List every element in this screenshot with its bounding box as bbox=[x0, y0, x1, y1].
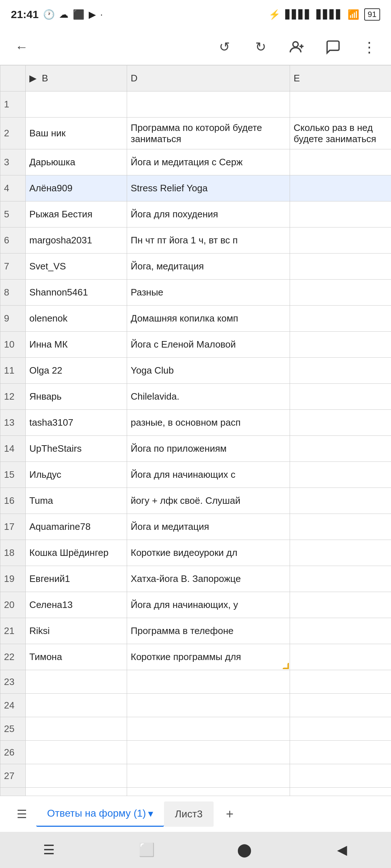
cell-d[interactable] bbox=[127, 92, 290, 118]
cell-d[interactable] bbox=[127, 717, 290, 741]
nav-menu-button[interactable]: ☰ bbox=[34, 835, 63, 864]
cell-b[interactable]: Алёна909 bbox=[26, 175, 127, 201]
comment-button[interactable] bbox=[322, 36, 344, 58]
cell-e[interactable] bbox=[290, 92, 391, 118]
cell-e[interactable] bbox=[290, 670, 391, 694]
cell-b[interactable]: Ильдус bbox=[26, 462, 127, 488]
cell-b[interactable] bbox=[26, 717, 127, 741]
nav-back-button[interactable]: ◀ bbox=[328, 835, 357, 864]
cell-e[interactable] bbox=[290, 254, 391, 280]
cell-e[interactable] bbox=[290, 488, 391, 514]
cell-d[interactable]: разные, в основном расп bbox=[127, 410, 290, 436]
cell-d[interactable]: Программа в телефоне bbox=[127, 618, 290, 644]
cell-e[interactable] bbox=[290, 592, 391, 618]
cell-d[interactable]: Хатха-йога В. Запорожце bbox=[127, 566, 290, 592]
cell-b[interactable] bbox=[26, 741, 127, 764]
tab-sheet3[interactable]: Лист3 bbox=[164, 801, 213, 827]
col-header-b[interactable]: ▶ B bbox=[26, 65, 127, 92]
cell-b[interactable]: olenenok bbox=[26, 306, 127, 332]
cell-e[interactable] bbox=[290, 764, 391, 788]
cell-e[interactable] bbox=[290, 618, 391, 644]
cell-b[interactable]: Кошка Шрёдингер bbox=[26, 540, 127, 566]
cell-d[interactable] bbox=[127, 764, 290, 788]
cell-e[interactable] bbox=[290, 514, 391, 540]
nav-home-button[interactable]: ⬜ bbox=[132, 835, 161, 864]
col-header-d[interactable]: D bbox=[127, 65, 290, 92]
cell-b[interactable]: Aquamarine78 bbox=[26, 514, 127, 540]
cell-e[interactable] bbox=[290, 175, 391, 201]
cell-b[interactable]: Tuma bbox=[26, 488, 127, 514]
cell-d[interactable]: Йога для похудения bbox=[127, 201, 290, 227]
cell-e[interactable] bbox=[290, 436, 391, 462]
cell-e[interactable] bbox=[290, 717, 391, 741]
cell-e[interactable] bbox=[290, 201, 391, 227]
cell-d[interactable]: Stress Relief Yoga bbox=[127, 175, 290, 201]
nav-circle-button[interactable]: ⬤ bbox=[230, 835, 259, 864]
cell-d[interactable]: Йога для начинающих с bbox=[127, 462, 290, 488]
cell-d[interactable]: Chilelavida. bbox=[127, 384, 290, 410]
cell-e[interactable] bbox=[290, 410, 391, 436]
cell-e[interactable]: Сколько раз в нед будете заниматься bbox=[290, 118, 391, 149]
cell-b[interactable]: Рыжая Бестия bbox=[26, 201, 127, 227]
cell-d[interactable] bbox=[127, 670, 290, 694]
cell-e[interactable] bbox=[290, 358, 391, 384]
row-number: 7 bbox=[0, 254, 26, 280]
cell-d[interactable]: Йога по приложениям bbox=[127, 436, 290, 462]
more-button[interactable]: ⋮ bbox=[358, 36, 380, 58]
redo-button[interactable]: ↻ bbox=[250, 36, 272, 58]
col-header-e[interactable]: E bbox=[290, 65, 391, 92]
back-button[interactable]: ← bbox=[11, 36, 33, 58]
tab-form-responses[interactable]: Ответы на форму (1) ▾ bbox=[36, 801, 164, 827]
cell-e[interactable] bbox=[290, 644, 391, 670]
cell-d[interactable]: Домашняя копилка комп bbox=[127, 306, 290, 332]
cell-e[interactable] bbox=[290, 566, 391, 592]
cell-b[interactable]: Дарьюшка bbox=[26, 149, 127, 175]
cell-b[interactable]: Svet_VS bbox=[26, 254, 127, 280]
cell-e[interactable] bbox=[290, 694, 391, 717]
add-sheet-button[interactable]: + bbox=[217, 801, 243, 827]
cell-b[interactable]: UpTheStairs bbox=[26, 436, 127, 462]
cell-d[interactable]: Йога и медитация с Серж bbox=[127, 149, 290, 175]
cell-b[interactable] bbox=[26, 92, 127, 118]
cell-e[interactable] bbox=[290, 741, 391, 764]
cell-b[interactable] bbox=[26, 694, 127, 717]
cell-e[interactable] bbox=[290, 462, 391, 488]
cell-d[interactable]: Йога и медитация bbox=[127, 514, 290, 540]
screen-icon: ⬛ bbox=[73, 9, 84, 20]
cell-d[interactable]: йогу + лфк своё. Слушай bbox=[127, 488, 290, 514]
tab-menu-button[interactable]: ☰ bbox=[7, 800, 36, 829]
cell-d[interactable]: Yoga Club bbox=[127, 358, 290, 384]
cell-b[interactable]: Riksi bbox=[26, 618, 127, 644]
cell-d[interactable]: Программа по которой будете заниматься bbox=[127, 118, 290, 149]
cell-d[interactable]: Разные bbox=[127, 280, 290, 306]
cell-b[interactable]: margosha2031 bbox=[26, 227, 127, 254]
cell-b[interactable] bbox=[26, 764, 127, 788]
cell-e[interactable] bbox=[290, 280, 391, 306]
cell-e[interactable] bbox=[290, 384, 391, 410]
cell-e[interactable] bbox=[290, 306, 391, 332]
cell-b[interactable] bbox=[26, 670, 127, 694]
undo-button[interactable]: ↺ bbox=[214, 36, 235, 58]
cell-e[interactable] bbox=[290, 227, 391, 254]
add-person-button[interactable] bbox=[286, 36, 308, 58]
cell-e[interactable] bbox=[290, 540, 391, 566]
cell-b[interactable]: Тимона bbox=[26, 644, 127, 670]
cell-d[interactable]: Короткие видеоуроки дл bbox=[127, 540, 290, 566]
cell-d[interactable]: Пн чт пт йога 1 ч, вт вс п bbox=[127, 227, 290, 254]
cell-b[interactable]: Селена13 bbox=[26, 592, 127, 618]
cell-d[interactable] bbox=[127, 741, 290, 764]
cell-b[interactable]: Olga 22 bbox=[26, 358, 127, 384]
cell-b[interactable]: Shannon5461 bbox=[26, 280, 127, 306]
cell-b[interactable]: Ваш ник bbox=[26, 118, 127, 149]
cell-b[interactable]: Евгений1 bbox=[26, 566, 127, 592]
cell-b[interactable]: tasha3107 bbox=[26, 410, 127, 436]
cell-d[interactable]: Йога с Еленой Маловой bbox=[127, 332, 290, 358]
cell-b[interactable]: Инна МК bbox=[26, 332, 127, 358]
cell-e[interactable] bbox=[290, 149, 391, 175]
cell-e[interactable] bbox=[290, 332, 391, 358]
cell-b[interactable]: Январь bbox=[26, 384, 127, 410]
cell-d[interactable] bbox=[127, 694, 290, 717]
cell-d[interactable]: Йога, медитация bbox=[127, 254, 290, 280]
cell-d[interactable]: Короткие программы для bbox=[127, 644, 290, 670]
cell-d[interactable]: Йога для начинающих, у bbox=[127, 592, 290, 618]
